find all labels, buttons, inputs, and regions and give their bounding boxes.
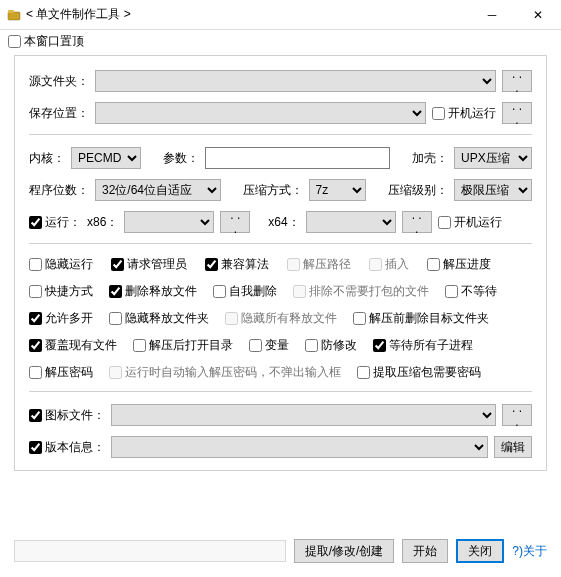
save-combo[interactable] bbox=[95, 102, 426, 124]
topmost-checkbox[interactable]: 本窗口置顶 bbox=[8, 33, 84, 50]
close-window-button[interactable]: ✕ bbox=[515, 0, 561, 30]
minimize-button[interactable]: ─ bbox=[469, 0, 515, 30]
shell-combo[interactable]: UPX压缩 bbox=[454, 147, 532, 169]
opt-opendir[interactable]: 解压后打开目录 bbox=[133, 337, 233, 354]
opt-antimod[interactable]: 防修改 bbox=[305, 337, 357, 354]
opt-nowait[interactable]: 不等待 bbox=[445, 283, 497, 300]
options-row-3: 允许多开 隐藏释放文件夹 隐藏所有释放文件 解压前删除目标文件夹 bbox=[29, 310, 532, 327]
source-label: 源文件夹： bbox=[29, 73, 89, 90]
options-row-5: 解压密码 运行时自动输入解压密码，不弹出输入框 提取压缩包需要密码 bbox=[29, 364, 532, 381]
version-edit-button[interactable]: 编辑 bbox=[494, 436, 532, 458]
svg-rect-0 bbox=[8, 12, 20, 20]
level-label: 压缩级别： bbox=[388, 182, 448, 199]
icon-checkbox[interactable]: 图标文件： bbox=[29, 407, 105, 424]
param-input[interactable] bbox=[205, 147, 390, 169]
divider-3 bbox=[29, 391, 532, 392]
opt-progress[interactable]: 解压进度 bbox=[427, 256, 491, 273]
main-frame: 源文件夹： . . . 保存位置： 开机运行 . . . 内核： PECMD 参… bbox=[14, 55, 547, 471]
save-row: 保存位置： 开机运行 . . . bbox=[29, 102, 532, 124]
opt-vars[interactable]: 变量 bbox=[249, 337, 289, 354]
opt-allow-multi[interactable]: 允许多开 bbox=[29, 310, 93, 327]
source-combo[interactable] bbox=[95, 70, 496, 92]
opt-shortcut[interactable]: 快捷方式 bbox=[29, 283, 93, 300]
topmost-label: 本窗口置顶 bbox=[24, 33, 84, 50]
opt-autopwd: 运行时自动输入解压密码，不弹出输入框 bbox=[109, 364, 341, 381]
icon-combo[interactable] bbox=[111, 404, 496, 426]
opt-hide-folder[interactable]: 隐藏释放文件夹 bbox=[109, 310, 209, 327]
opt-extractpwd[interactable]: 提取压缩包需要密码 bbox=[357, 364, 481, 381]
run-startup-checkbox[interactable]: 开机运行 bbox=[438, 214, 502, 231]
kernel-combo[interactable]: PECMD bbox=[71, 147, 141, 169]
window-title: < 单文件制作工具 > bbox=[26, 6, 131, 23]
opt-extract-path: 解压路径 bbox=[287, 256, 351, 273]
opt-req-admin[interactable]: 请求管理员 bbox=[111, 256, 187, 273]
app-icon bbox=[6, 7, 22, 23]
x86-browse-button[interactable]: . . . bbox=[220, 211, 250, 233]
opt-waitchild[interactable]: 等待所有子进程 bbox=[373, 337, 473, 354]
bits-label: 程序位数： bbox=[29, 182, 89, 199]
kernel-label: 内核： bbox=[29, 150, 65, 167]
opt-predel[interactable]: 解压前删除目标文件夹 bbox=[353, 310, 489, 327]
opt-insert: 插入 bbox=[369, 256, 409, 273]
x64-label: x64： bbox=[268, 214, 299, 231]
save-browse-button[interactable]: . . . bbox=[502, 102, 532, 124]
extract-modify-create-button[interactable]: 提取/修改/创建 bbox=[294, 539, 395, 563]
compress-label: 压缩方式： bbox=[243, 182, 303, 199]
status-bar bbox=[14, 540, 286, 562]
program-row: 程序位数： 32位/64位自适应 压缩方式： 7z 压缩级别： 极限压缩 bbox=[29, 179, 532, 201]
compress-combo[interactable]: 7z bbox=[309, 179, 367, 201]
x86-combo[interactable] bbox=[124, 211, 214, 233]
x64-browse-button[interactable]: . . . bbox=[402, 211, 432, 233]
version-combo[interactable] bbox=[111, 436, 488, 458]
svg-rect-1 bbox=[8, 10, 14, 13]
bits-combo[interactable]: 32位/64位自适应 bbox=[95, 179, 221, 201]
options-row-4: 覆盖现有文件 解压后打开目录 变量 防修改 等待所有子进程 bbox=[29, 337, 532, 354]
save-label: 保存位置： bbox=[29, 105, 89, 122]
topbar: 本窗口置顶 bbox=[0, 30, 561, 55]
opt-del-release[interactable]: 删除释放文件 bbox=[109, 283, 197, 300]
x86-label: x86： bbox=[87, 214, 118, 231]
opt-hide-all: 隐藏所有释放文件 bbox=[225, 310, 337, 327]
opt-pwd[interactable]: 解压密码 bbox=[29, 364, 93, 381]
run-checkbox[interactable]: 运行： bbox=[29, 214, 81, 231]
version-checkbox[interactable]: 版本信息： bbox=[29, 439, 105, 456]
divider-2 bbox=[29, 243, 532, 244]
options-row-2: 快捷方式 删除释放文件 自我删除 排除不需要打包的文件 不等待 bbox=[29, 283, 532, 300]
opt-exclude: 排除不需要打包的文件 bbox=[293, 283, 429, 300]
opt-hide-run[interactable]: 隐藏运行 bbox=[29, 256, 93, 273]
opt-overwrite[interactable]: 覆盖现有文件 bbox=[29, 337, 117, 354]
icon-browse-button[interactable]: . . . bbox=[502, 404, 532, 426]
kernel-row: 内核： PECMD 参数： 加壳： UPX压缩 bbox=[29, 147, 532, 169]
start-button[interactable]: 开始 bbox=[402, 539, 448, 563]
opt-self-del[interactable]: 自我删除 bbox=[213, 283, 277, 300]
titlebar: < 单文件制作工具 > ─ ✕ bbox=[0, 0, 561, 30]
version-row: 版本信息： 编辑 bbox=[29, 436, 532, 458]
level-combo[interactable]: 极限压缩 bbox=[454, 179, 532, 201]
options-row-1: 隐藏运行 请求管理员 兼容算法 解压路径 插入 解压进度 bbox=[29, 256, 532, 273]
source-browse-button[interactable]: . . . bbox=[502, 70, 532, 92]
shell-label: 加壳： bbox=[412, 150, 448, 167]
opt-compat[interactable]: 兼容算法 bbox=[205, 256, 269, 273]
bottom-bar: 提取/修改/创建 开始 关闭 ?)关于 bbox=[0, 531, 561, 577]
about-link[interactable]: ?)关于 bbox=[512, 543, 547, 560]
divider-1 bbox=[29, 134, 532, 135]
close-button[interactable]: 关闭 bbox=[456, 539, 504, 563]
icon-row: 图标文件： . . . bbox=[29, 404, 532, 426]
source-row: 源文件夹： . . . bbox=[29, 70, 532, 92]
run-row: 运行： x86： . . . x64： . . . 开机运行 bbox=[29, 211, 532, 233]
x64-combo[interactable] bbox=[306, 211, 396, 233]
save-startup-checkbox[interactable]: 开机运行 bbox=[432, 105, 496, 122]
param-label: 参数： bbox=[163, 150, 199, 167]
